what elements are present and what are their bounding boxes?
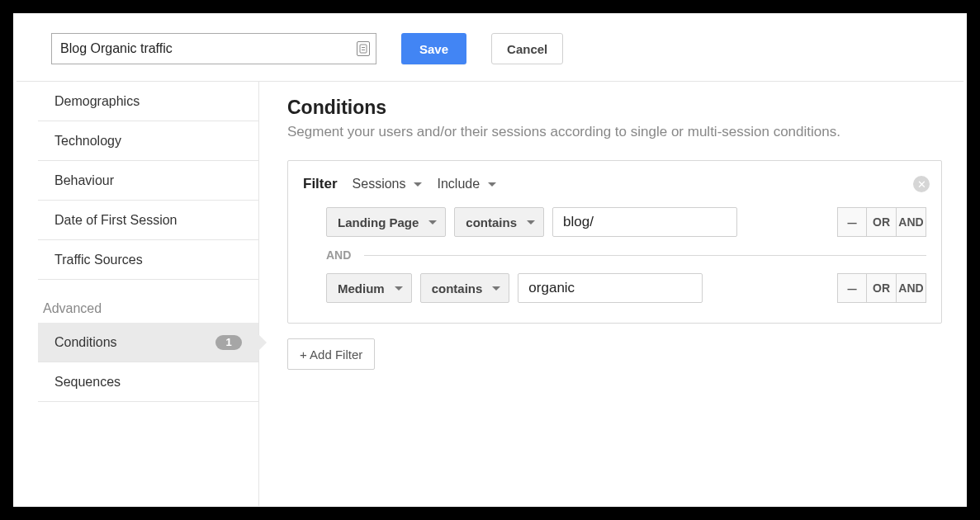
and-button[interactable]: AND: [897, 207, 926, 237]
remove-filter-button[interactable]: ✕: [913, 176, 930, 192]
sidebar-item-sequences[interactable]: Sequences: [38, 362, 258, 402]
filter-mode-select[interactable]: Include: [437, 177, 496, 191]
operator-select[interactable]: contains: [420, 273, 510, 303]
sidebar-item-demographics[interactable]: Demographics: [38, 82, 258, 121]
dimension-value: Medium: [338, 281, 385, 295]
filter-header: Filter Sessions Include: [303, 176, 926, 192]
segment-name-wrap: [51, 33, 376, 64]
row-actions: – OR AND: [837, 273, 926, 303]
chevron-down-icon: [488, 182, 496, 187]
panel-subtitle: Segment your users and/or their sessions…: [287, 124, 942, 140]
sidebar-advanced-heading: Advanced: [13, 280, 258, 323]
sidebar-item-date-first-session[interactable]: Date of First Session: [38, 201, 258, 240]
operator-select[interactable]: contains: [454, 207, 544, 237]
chevron-down-icon: [395, 286, 403, 291]
and-divider: AND: [303, 237, 926, 273]
dimension-value: Landing Page: [338, 215, 419, 229]
dimension-select[interactable]: Landing Page: [326, 207, 446, 237]
condition-value-input[interactable]: [552, 207, 737, 237]
or-button[interactable]: OR: [867, 273, 897, 303]
operator-value: contains: [466, 215, 517, 229]
condition-row: Medium contains – OR AND: [303, 273, 926, 303]
and-button[interactable]: AND: [897, 273, 926, 303]
content: Demographics Technology Behaviour Date o…: [13, 82, 967, 506]
filter-mode-value: Include: [437, 177, 480, 191]
sidebar: Demographics Technology Behaviour Date o…: [13, 82, 259, 506]
filter-label: Filter: [303, 176, 338, 192]
sidebar-advanced-list: Conditions 1 Sequences: [13, 323, 258, 402]
main-panel: Conditions Segment your users and/or the…: [259, 82, 967, 506]
sidebar-basic-list: Demographics Technology Behaviour Date o…: [13, 82, 258, 280]
save-button[interactable]: Save: [401, 33, 466, 64]
condition-row: Landing Page contains – OR AND: [303, 207, 926, 237]
operator-value: contains: [432, 281, 483, 295]
sidebar-item-label: Conditions: [54, 335, 117, 350]
chevron-down-icon: [527, 220, 535, 225]
dimension-select[interactable]: Medium: [326, 273, 412, 303]
or-button[interactable]: OR: [867, 207, 897, 237]
chevron-down-icon: [428, 220, 437, 225]
and-label: AND: [326, 248, 351, 262]
close-icon: ✕: [917, 178, 926, 191]
add-filter-button[interactable]: + Add Filter: [287, 338, 375, 370]
row-actions: – OR AND: [837, 207, 926, 237]
remove-condition-button[interactable]: –: [837, 273, 867, 303]
filter-scope-select[interactable]: Sessions: [353, 177, 423, 191]
sidebar-item-technology[interactable]: Technology: [38, 121, 258, 161]
segment-name-input[interactable]: [51, 33, 376, 64]
sidebar-badge: 1: [215, 335, 242, 350]
divider-line: [364, 255, 926, 256]
sidebar-item-behaviour[interactable]: Behaviour: [38, 161, 258, 201]
filter-scope-value: Sessions: [353, 177, 406, 191]
chevron-down-icon: [414, 182, 422, 187]
sidebar-item-conditions[interactable]: Conditions 1: [38, 323, 258, 362]
chevron-down-icon: [492, 286, 500, 291]
app-frame: Save Cancel Demographics Technology Beha…: [13, 13, 967, 507]
filter-card: ✕ Filter Sessions Include Landing Pa: [287, 160, 942, 324]
panel-title: Conditions: [287, 97, 942, 119]
topbar: Save Cancel: [17, 13, 963, 82]
condition-value-input[interactable]: [518, 273, 703, 303]
remove-condition-button[interactable]: –: [837, 207, 867, 237]
sidebar-item-traffic-sources[interactable]: Traffic Sources: [38, 240, 258, 280]
cancel-button[interactable]: Cancel: [491, 33, 563, 64]
